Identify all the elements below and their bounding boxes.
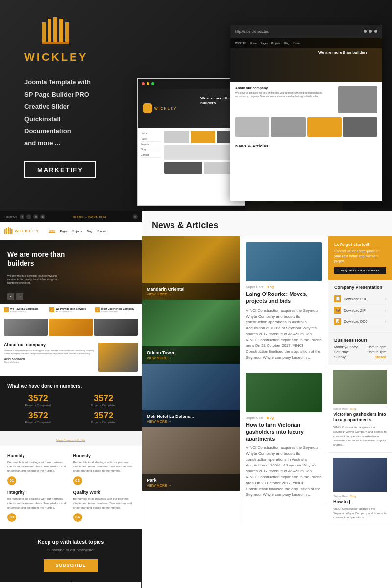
newsletter-section: Keep up with latest topics Subscribe to … <box>0 529 142 582</box>
rpw-grid-img-3 <box>307 117 342 137</box>
site-nav-home[interactable]: Home <box>49 229 55 233</box>
preview-window-right: http://a.be-old-ads.test WICKLEY Home Pa… <box>230 24 382 201</box>
bh-day-3: Sunday: <box>334 355 347 359</box>
news-cat-2: Blog <box>266 416 274 419</box>
pw-sidebar: Home Pages Projects Blog Contact <box>141 131 160 158</box>
number-item-4: 3572 Projects Completed <box>73 411 135 424</box>
cp-zip-arrow: › <box>385 309 386 312</box>
badge-2: ✓ We Provide High Services An ISO 1989:2… <box>49 307 92 313</box>
gallery-img-1 <box>4 318 48 336</box>
news-date-2: Super User <box>246 416 263 419</box>
rpw-about-body: We strive to simulate the best of thinki… <box>235 91 335 98</box>
number-value-4: 3572 <box>73 411 135 421</box>
svg-rect-1 <box>48 19 51 42</box>
footer-grid: Business Hours Monday-Friday 9am to 5pm … <box>0 582 142 588</box>
news-item-1: Super User Blog Laing O'Rourke: Moves, p… <box>240 236 328 367</box>
subscribe-button[interactable]: SUBSCRIBE <box>44 559 98 572</box>
bh-row-3: Sunday: Closed <box>334 355 386 359</box>
twitter-icon[interactable]: t <box>26 214 31 219</box>
hero-arrow-prev[interactable]: ‹ <box>7 293 14 300</box>
rpw-news-header: News & Articles <box>230 141 382 151</box>
rpw-nav-projects: Projects <box>271 42 280 45</box>
value-quality-text: Be humble in all dealings with our partn… <box>74 497 135 510</box>
portfolio-label-2: Odeon Tower VIEW MORE → <box>142 346 240 364</box>
site-nav-projects[interactable]: Projects <box>73 230 82 233</box>
portfolio-label-3: Meli Hotel La Defens... VIEW MORE → <box>142 410 240 427</box>
portfolio-link-4[interactable]: VIEW MORE → <box>147 484 235 487</box>
value-humility-num: 01 <box>7 476 16 485</box>
site-about-section: About our company We strive to stimulate… <box>0 339 142 376</box>
rpw-grid-img-4 <box>343 117 377 137</box>
rpw-nav-logo: WICKLEY <box>235 42 246 45</box>
site-about-sig-title: Alan Michaels <box>4 361 96 364</box>
news-meta-2: Super User Blog <box>246 416 322 419</box>
portfolio-link-1[interactable]: VIEW MORE → <box>147 293 235 296</box>
view-company-anchor[interactable]: View Company Profile <box>56 439 85 441</box>
number-value-2: 3572 <box>73 393 135 404</box>
portfolio-item-1: Mandarin Oriental VIEW MORE → <box>142 236 240 300</box>
cp-doc-icon: 📝 <box>334 318 341 325</box>
site-nav-blog[interactable]: Blog <box>87 230 92 233</box>
toll-free-text: Toll Free: 1-800-987-6543 <box>72 215 106 218</box>
numbers-section: What we have done in numbers. 3572 Proje… <box>0 376 142 431</box>
cp-pdf-item[interactable]: 📄 Download PDF › <box>334 294 386 305</box>
values-section: Humility Be humble in all dealings with … <box>0 446 142 529</box>
lr-title-1: Victorian gasholders into luxury apartme… <box>333 412 387 423</box>
value-quality-num: 04 <box>74 513 82 522</box>
svg-rect-7 <box>6 228 8 234</box>
news-title-2: How to turn Victorian gasholders into lu… <box>246 421 322 442</box>
cp-doc-text: Download DOC <box>344 320 382 323</box>
right-content: News & Articles Mandarin Oriental VIEW M… <box>142 211 392 588</box>
cta-sidebar-col: Let's get started! Contact us for a free… <box>328 236 392 525</box>
portfolio-label-4: Park VIEW MORE → <box>142 474 240 491</box>
site-nav-pages[interactable]: Pages <box>60 230 68 233</box>
view-company-link[interactable]: View Company Profile <box>0 431 142 446</box>
pw-topbar <box>138 79 245 89</box>
pw-hero-inner: WICKLEY We are more than builders <box>138 89 245 128</box>
badge-2-text: We Provide High Services An ISO 1989:200… <box>56 307 86 313</box>
lr-date-2: Super User <box>333 495 348 498</box>
portfolio-title-2: Odeon Tower <box>147 350 235 355</box>
linkedin-icon[interactable]: in <box>33 214 38 219</box>
facebook-icon[interactable]: f <box>20 214 24 219</box>
gplus-icon[interactable]: g+ <box>40 214 45 219</box>
portfolio-column: Mandarin Oriental VIEW MORE → Odeon Towe… <box>142 236 240 525</box>
lr-excerpt-2: VINCI Construction acquires the Seymour … <box>333 507 387 520</box>
svg-rect-0 <box>42 22 46 42</box>
rpw-grid-img-2 <box>271 117 305 137</box>
pw-sidebar-projects: Projects <box>141 142 160 147</box>
email-icon[interactable]: ✉ <box>133 214 138 219</box>
cp-doc-item[interactable]: 📝 Download DOC › <box>334 316 386 327</box>
cp-zip-text: Download ZIP <box>344 309 382 312</box>
follow-us-text: Follow Us <box>4 215 17 218</box>
value-honesty: Honesty Be humble in all dealings with o… <box>74 453 135 485</box>
rpw-hero-content: We are more than builders <box>318 50 377 55</box>
number-value-1: 3572 <box>7 393 69 404</box>
site-nav-logo-icon <box>4 227 13 236</box>
value-integrity: Integrity Be humble in all dealings with… <box>7 490 69 522</box>
site-nav-contact[interactable]: Contact <box>97 230 106 233</box>
portfolio-title-1: Mandarin Oriental <box>147 287 235 292</box>
pw-dot-yellow <box>147 82 149 85</box>
bh-title: Business Hours <box>334 338 386 343</box>
rpw-nav-pages: Pages <box>261 42 268 45</box>
site-about-img <box>98 343 138 372</box>
cp-zip-item[interactable]: 📦 Download ZIP › <box>334 305 386 316</box>
site-img-gallery <box>0 316 142 339</box>
badge-3-sub: An ISO 1989:2007 <box>101 310 134 313</box>
social-icons: f t in g+ <box>20 214 45 219</box>
site-nav-logo: WICKLEY <box>4 227 40 236</box>
rpw-grid-img-1 <box>235 117 270 137</box>
portfolio-link-2[interactable]: VIEW MORE → <box>147 356 235 360</box>
cta-estimate-button[interactable]: REQUEST AN ESTIMATE <box>334 267 386 274</box>
hero-arrow-next[interactable]: › <box>16 293 23 300</box>
company-presentation: Company Presentation 📄 Download PDF › 📦 … <box>328 280 392 333</box>
portfolio-link-3[interactable]: VIEW MORE → <box>147 420 235 423</box>
value-integrity-num: 03 <box>7 513 16 522</box>
cp-pdf-icon: 📄 <box>334 295 341 302</box>
value-humility: Humility Be humble in all dealings with … <box>7 453 69 485</box>
portfolio-title-3: Meli Hotel La Defens... <box>147 414 235 419</box>
pw-sidebar-contact: Contact <box>141 152 160 158</box>
marketify-button[interactable]: MARKETIFY <box>24 161 96 178</box>
cta-box-title: Let's get started! <box>334 242 386 247</box>
